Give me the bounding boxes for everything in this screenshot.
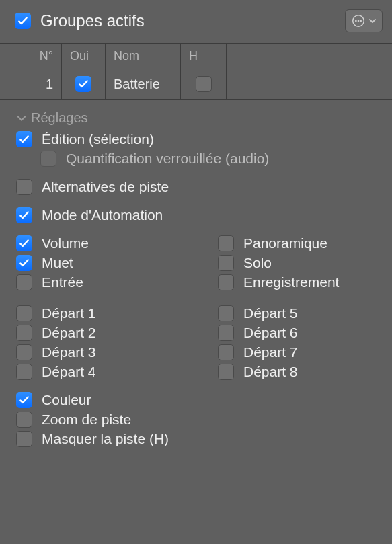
svg-point-2 <box>358 20 360 22</box>
col-num[interactable]: N° <box>0 44 62 69</box>
edition-label: Édition (sélection) <box>42 131 154 147</box>
send5-checkbox[interactable] <box>218 305 234 321</box>
opt-alt-piste: Alternatives de piste <box>16 179 380 195</box>
opt-zoom: Zoom de piste <box>16 412 380 428</box>
svg-point-1 <box>355 20 357 22</box>
opt-send2: Départ 2 <box>16 325 218 341</box>
opt-edition: Édition (sélection) <box>16 131 380 147</box>
page-title: Groupes actifs <box>40 11 336 30</box>
opt-send8: Départ 8 <box>218 364 380 380</box>
solo-label: Solo <box>243 255 272 271</box>
send2-label: Départ 2 <box>42 325 96 341</box>
record-checkbox[interactable] <box>218 274 234 290</box>
quant-lock-label: Quantification verrouillée (audio) <box>66 151 269 167</box>
send6-label: Départ 6 <box>243 325 298 341</box>
opt-send3: Départ 3 <box>16 344 218 360</box>
mute-checkbox[interactable] <box>16 255 32 271</box>
mute-label: Muet <box>42 255 73 271</box>
automation-label: Mode d'Automation <box>42 207 163 223</box>
send8-label: Départ 8 <box>243 364 298 380</box>
settings-section: Réglages Édition (sélection) Quantificat… <box>0 100 392 447</box>
table-row[interactable]: 1 Batterie <box>0 69 392 100</box>
opt-send4: Départ 4 <box>16 364 218 380</box>
row-oui-checkbox[interactable] <box>75 76 91 92</box>
input-checkbox[interactable] <box>16 274 32 290</box>
opt-hide: Masquer la piste (H) <box>16 431 380 447</box>
alt-piste-checkbox[interactable] <box>16 179 32 195</box>
more-icon <box>351 13 366 28</box>
send8-checkbox[interactable] <box>218 364 234 380</box>
col-nom[interactable]: Nom <box>106 44 181 69</box>
col-h[interactable]: H <box>181 44 227 69</box>
opt-send5: Départ 5 <box>218 305 380 321</box>
opt-record: Enregistrement <box>218 274 380 290</box>
table-header: N° Oui Nom H <box>0 44 392 69</box>
chevron-down-icon <box>368 17 377 25</box>
send7-label: Départ 7 <box>243 344 298 360</box>
opt-send7: Départ 7 <box>218 344 380 360</box>
mixer-options: Volume Panoramique Muet Solo Entrée Enre… <box>16 235 380 290</box>
color-label: Couleur <box>42 392 91 408</box>
opt-volume: Volume <box>16 235 218 251</box>
volume-checkbox[interactable] <box>16 235 32 251</box>
opt-mute: Muet <box>16 255 218 271</box>
cell-num: 1 <box>0 69 62 100</box>
opt-automation: Mode d'Automation <box>16 207 380 223</box>
pan-label: Panoramique <box>243 235 327 251</box>
color-checkbox[interactable] <box>16 392 32 408</box>
send2-checkbox[interactable] <box>16 325 32 341</box>
groups-table: N° Oui Nom H 1 Batterie <box>0 43 392 100</box>
send1-checkbox[interactable] <box>16 305 32 321</box>
svg-point-3 <box>360 20 362 22</box>
volume-label: Volume <box>42 235 89 251</box>
send4-checkbox[interactable] <box>16 364 32 380</box>
send7-checkbox[interactable] <box>218 344 234 360</box>
send5-label: Départ 5 <box>243 305 298 321</box>
settings-label: Réglages <box>31 110 88 126</box>
solo-checkbox[interactable] <box>218 255 234 271</box>
header-checkbox[interactable] <box>15 13 31 29</box>
edition-checkbox[interactable] <box>16 131 32 147</box>
quant-lock-checkbox[interactable] <box>40 151 56 167</box>
cell-empty <box>227 69 392 100</box>
opt-send6: Départ 6 <box>218 325 380 341</box>
settings-disclosure[interactable]: Réglages <box>16 110 380 126</box>
zoom-checkbox[interactable] <box>16 412 32 428</box>
opt-pan: Panoramique <box>218 235 380 251</box>
col-oui[interactable]: Oui <box>62 44 106 69</box>
panel-header: Groupes actifs <box>0 0 392 39</box>
automation-checkbox[interactable] <box>16 207 32 223</box>
send1-label: Départ 1 <box>42 305 96 321</box>
send3-checkbox[interactable] <box>16 344 32 360</box>
opt-solo: Solo <box>218 255 380 271</box>
hide-label: Masquer la piste (H) <box>42 431 169 447</box>
pan-checkbox[interactable] <box>218 235 234 251</box>
chevron-down-icon <box>16 113 27 124</box>
cell-h <box>181 69 227 100</box>
col-empty <box>227 44 392 69</box>
opt-color: Couleur <box>16 392 380 408</box>
cell-nom[interactable]: Batterie <box>106 69 181 100</box>
cell-oui <box>62 69 106 100</box>
send3-label: Départ 3 <box>42 344 96 360</box>
row-h-checkbox[interactable] <box>196 76 212 92</box>
sends-options: Départ 1 Départ 5 Départ 2 Départ 6 Dépa… <box>16 305 380 380</box>
hide-checkbox[interactable] <box>16 431 32 447</box>
alt-piste-label: Alternatives de piste <box>42 179 169 195</box>
opt-quant-lock: Quantification verrouillée (audio) <box>40 151 380 167</box>
send6-checkbox[interactable] <box>218 325 234 341</box>
record-label: Enregistrement <box>243 274 339 290</box>
options-menu-button[interactable] <box>345 9 383 32</box>
send4-label: Départ 4 <box>42 364 96 380</box>
input-label: Entrée <box>42 274 83 290</box>
opt-send1: Départ 1 <box>16 305 218 321</box>
opt-input: Entrée <box>16 274 218 290</box>
zoom-label: Zoom de piste <box>42 412 131 428</box>
